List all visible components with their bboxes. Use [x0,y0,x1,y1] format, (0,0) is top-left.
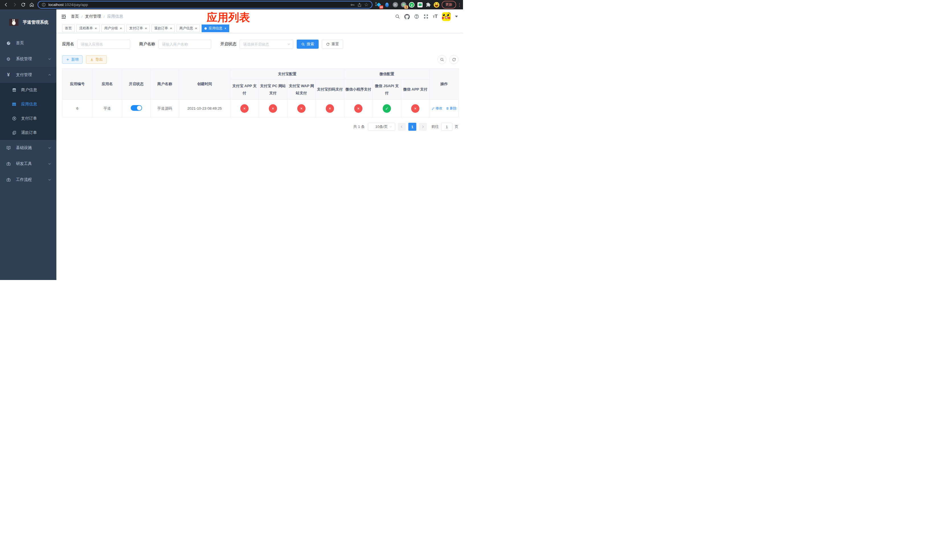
col-header-wx-app: 微信 APP 支付 [401,80,430,100]
add-button[interactable]: 新增 [62,55,83,64]
yen-icon: ¥ [6,72,11,78]
search-button[interactable]: 搜索 [297,39,319,49]
page-size-select[interactable]: 10条/页 [368,123,395,131]
show-search-button[interactable] [437,55,446,64]
breadcrumb-payment[interactable]: 支付管理 [85,14,101,19]
shop-icon [12,88,17,92]
status-select[interactable] [239,39,293,49]
col-header-app-name: 应用名 [92,69,122,100]
browser-toolbar: localhost:1024/pay/app ☆ 10 ⌘ 1 y [0,0,463,9]
extensions-puzzle-icon[interactable] [425,2,431,8]
extension-y-icon[interactable]: y [409,2,415,8]
status-toggle[interactable] [131,105,142,111]
status-label: 开启状态 [220,42,236,47]
col-group-wechat: 微信配置 [344,69,430,80]
sidebar-item-infrastructure[interactable]: 基础设施 [0,140,56,156]
font-size-icon[interactable]: TT [433,14,438,20]
extension-chat-icon[interactable] [417,2,423,8]
merchant-name-input[interactable] [158,39,211,49]
github-icon[interactable] [404,14,410,20]
prev-page-button[interactable] [398,123,406,131]
sidebar-item-home[interactable]: 首页 [0,35,56,51]
sidebar-item-dev-tools[interactable]: 研发工具 [0,156,56,172]
table-toolbar: 新增 导出 [62,55,458,64]
monitor-icon [6,145,11,150]
delete-button[interactable]: 删除 [446,106,457,111]
chevron-down-icon [48,162,51,165]
sidebar-item-app-info[interactable]: 应用信息 [0,97,56,111]
password-key-icon[interactable] [350,3,355,7]
dashboard-icon [6,41,11,45]
close-icon[interactable]: × [224,27,226,30]
tab-home[interactable]: 首页 [62,24,75,32]
sidebar-item-workflow[interactable]: 工作流程 [0,172,56,188]
chevron-down-icon [48,178,51,182]
extension-command-icon[interactable]: ⌘ [392,2,398,8]
site-info-icon[interactable] [42,3,46,7]
close-icon[interactable]: × [145,27,147,30]
chevron-down-icon [48,57,51,61]
breadcrumb: 首页 / 支付管理 / 应用信息 [71,14,123,19]
close-icon[interactable]: × [120,27,122,30]
search-icon[interactable] [395,14,400,19]
user-avatar[interactable] [442,12,451,21]
document-copy-icon [12,130,17,135]
logo-rabbit-image [9,19,18,26]
close-icon[interactable]: × [170,27,172,30]
browser-forward-button[interactable] [10,1,19,9]
close-icon[interactable]: × [95,27,97,30]
tab-app-info[interactable]: 应用信息× [201,24,229,32]
sidebar-item-pay-order[interactable]: 支付订单 [0,111,56,126]
browser-reload-button[interactable] [19,1,27,9]
close-icon[interactable]: × [195,27,197,30]
tab-merchant-info[interactable]: 商户信息× [177,24,200,32]
extension-balloon-icon[interactable] [384,2,390,8]
extension-cluster: 10 ⌘ 1 y [374,2,441,8]
address-bar[interactable]: localhost:1024/pay/app ☆ [38,1,372,9]
breadcrumb-current: 应用信息 [107,14,123,19]
browser-update-button[interactable]: 更新 [442,1,456,9]
tab-user-group[interactable]: 用户分组× [101,24,125,32]
tab-refund-order[interactable]: 退款订单× [151,24,175,32]
edit-button[interactable]: 修改 [432,106,442,111]
app-table: 应用编号 应用名 开启状态 商户名称 创建时间 支付宝配置 微信配置 操作 支付… [62,68,459,117]
next-page-button[interactable] [419,123,427,131]
browser-back-button[interactable] [2,1,10,9]
sidebar-item-refund-order[interactable]: 退款订单 [0,126,56,140]
avatar-caret-icon[interactable] [455,16,458,17]
app-logo[interactable]: 芋道管理系统 [0,9,56,35]
page-number-1[interactable]: 1 [409,123,416,131]
chevron-down-icon [389,125,392,129]
profile-avatar-icon[interactable] [434,2,439,8]
sidebar-item-payment[interactable]: ¥ 支付管理 [0,67,56,83]
sidebar-item-system[interactable]: ⚙ 系统管理 [0,51,56,67]
sidebar-collapse-icon[interactable] [61,14,67,20]
refresh-table-button[interactable] [449,55,458,64]
sidebar-item-merchant-info[interactable]: 商户信息 [0,83,56,97]
goto-label: 前往 [431,124,439,129]
col-group-alipay: 支付宝配置 [230,69,344,80]
share-icon[interactable] [357,3,362,7]
cell-app-id: 6 [62,100,92,117]
status-select-input[interactable] [239,39,293,49]
help-icon[interactable] [414,14,419,19]
extension-record-icon[interactable]: 1 [401,2,406,8]
browser-home-button[interactable] [27,1,36,9]
merchant-name-label: 商户名称 [139,42,155,47]
bookmark-star-icon[interactable]: ☆ [364,2,368,7]
url-text[interactable]: localhost:1024/pay/app [48,3,348,7]
goto-page-input[interactable] [441,123,452,131]
reset-button[interactable]: 重置 [322,39,343,49]
cell-status [122,100,151,117]
tab-process-form[interactable]: 流程表单× [76,24,100,32]
fullscreen-icon[interactable] [424,14,428,19]
wx-app-status-icon: × [411,104,419,113]
app-name-label: 应用名 [62,42,74,47]
breadcrumb-home[interactable]: 首页 [71,14,79,19]
app-name-input[interactable] [77,39,130,49]
pagination-total: 共 1 条 [353,124,365,129]
extension-blue-diamond-icon[interactable]: 10 [376,2,381,8]
export-button[interactable]: 导出 [86,55,107,64]
browser-menu-icon[interactable]: ⋮ [457,2,461,8]
tab-pay-order[interactable]: 支付订单× [126,24,150,32]
